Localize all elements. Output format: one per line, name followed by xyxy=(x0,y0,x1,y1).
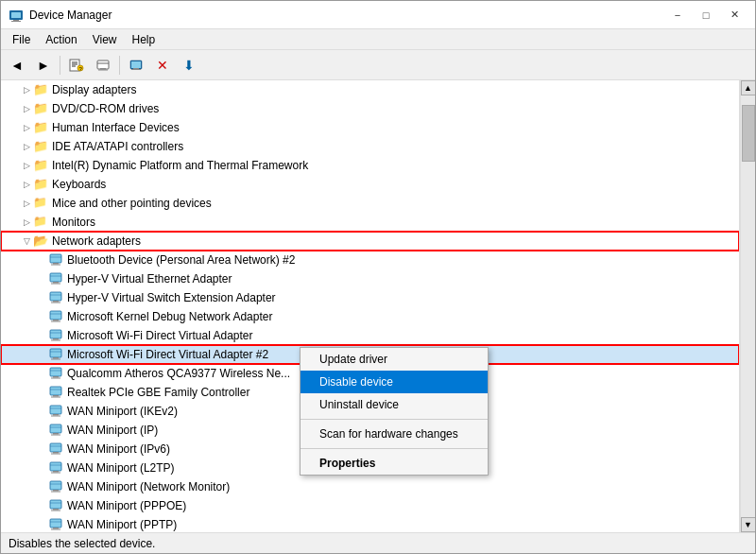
scroll-down-button[interactable]: ▼ xyxy=(741,517,756,532)
tree-panel[interactable]: ▷ 📁 Display adapters ▷ 📁 DVD/CD-ROM driv… xyxy=(1,80,740,532)
item-label: Hyper-V Virtual Switch Extension Adapter xyxy=(67,291,276,304)
svg-rect-38 xyxy=(50,349,61,357)
svg-rect-50 xyxy=(50,406,61,414)
svg-rect-12 xyxy=(100,68,106,70)
item-label: WAN Miniport (Network Monitor) xyxy=(67,480,230,493)
context-menu-update-driver[interactable]: Update driver xyxy=(301,348,488,371)
toolbar-forward[interactable]: ► xyxy=(31,53,56,78)
tree-item-wan-pppoe[interactable]: WAN Miniport (PPPOE) xyxy=(1,496,739,515)
item-label: WAN Miniport (IPv6) xyxy=(67,442,170,456)
svg-rect-66 xyxy=(50,481,61,490)
toolbar-remove[interactable]: ✕ xyxy=(150,53,175,78)
svg-rect-41 xyxy=(51,359,60,360)
tree-item-keyboards[interactable]: ▷ 📁 Keyboards xyxy=(1,175,739,194)
tree-item-human-interface[interactable]: ▷ 📁 Human Interface Devices xyxy=(1,118,739,137)
tree-item-wan-pptp[interactable]: WAN Miniport (PPTP) xyxy=(1,515,739,532)
item-label: Microsoft Wi-Fi Direct Virtual Adapter xyxy=(67,329,253,342)
scroll-up-button[interactable]: ▲ xyxy=(741,80,756,95)
folder-icon: 📁 xyxy=(33,196,48,211)
tree-item-display-adapters[interactable]: ▷ 📁 Display adapters xyxy=(1,80,739,99)
scroll-track[interactable] xyxy=(741,95,756,517)
svg-rect-34 xyxy=(50,330,61,338)
expand-icon: ▷ xyxy=(20,216,33,229)
svg-rect-37 xyxy=(51,340,60,341)
context-menu: Update driver Disable device Uninstall d… xyxy=(300,347,489,476)
title-bar-left: Device Manager xyxy=(9,8,112,23)
spacer xyxy=(35,442,48,456)
toolbar-properties[interactable]: ? xyxy=(64,53,89,78)
context-menu-properties[interactable]: Properties xyxy=(301,452,488,475)
item-label: DVD/CD-ROM drives xyxy=(52,102,159,115)
tree-item-monitors[interactable]: ▷ 📁 Monitors xyxy=(1,213,739,232)
folder-icon: 📁 xyxy=(33,177,48,192)
expand-icon: ▽ xyxy=(20,234,33,248)
tree-item-mice[interactable]: ▷ 📁 Mice and other pointing devices xyxy=(1,194,739,213)
item-label: Network adapters xyxy=(52,234,141,248)
device-icon xyxy=(48,498,63,513)
scrollbar[interactable]: ▲ ▼ xyxy=(740,80,755,532)
svg-rect-44 xyxy=(53,376,59,378)
tree-item-bluetooth[interactable]: Bluetooth Device (Personal Area Network)… xyxy=(1,251,739,269)
folder-icon: 📁 xyxy=(33,120,48,135)
tree-item-intel[interactable]: ▷ 📁 Intel(R) Dynamic Platform and Therma… xyxy=(1,156,739,175)
window-controls: − □ ✕ xyxy=(664,6,747,25)
device-icon xyxy=(48,366,63,381)
device-icon xyxy=(48,347,63,362)
svg-rect-17 xyxy=(131,69,141,70)
tree-item-ide[interactable]: ▷ 📁 IDE ATA/ATAPI controllers xyxy=(1,137,739,156)
scroll-thumb[interactable] xyxy=(742,105,755,162)
toolbar-show-all[interactable] xyxy=(124,53,148,78)
toolbar-scan[interactable]: ⬇ xyxy=(177,53,201,78)
tree-item-hyperv-switch[interactable]: Hyper-V Virtual Switch Extension Adapter xyxy=(1,288,739,307)
status-text: Disables the selected device. xyxy=(9,537,155,550)
context-menu-uninstall-device[interactable]: Uninstall device xyxy=(301,393,488,416)
tree-item-wan-network-monitor[interactable]: WAN Miniport (Network Monitor) xyxy=(1,477,739,496)
spacer xyxy=(35,310,48,323)
svg-rect-13 xyxy=(98,69,108,70)
toolbar-update[interactable] xyxy=(91,53,115,78)
item-label: WAN Miniport (IP) xyxy=(67,424,158,437)
device-icon xyxy=(48,517,63,532)
menu-help[interactable]: Help xyxy=(125,31,163,48)
svg-rect-22 xyxy=(50,273,61,282)
context-menu-scan-hardware[interactable]: Scan for hardware changes xyxy=(301,423,488,445)
spacer xyxy=(35,405,48,418)
toolbar: ◄ ► ? xyxy=(1,50,755,80)
device-icon xyxy=(48,385,63,400)
spacer xyxy=(35,329,48,342)
spacer xyxy=(35,499,48,512)
menu-action[interactable]: Action xyxy=(38,31,84,48)
tree-item-dvdrom[interactable]: ▷ 📁 DVD/CD-ROM drives xyxy=(1,99,739,118)
maximize-button[interactable]: □ xyxy=(693,6,719,25)
menu-bar: File Action View Help xyxy=(1,29,755,50)
expand-icon: ▷ xyxy=(20,121,33,134)
item-label: Mice and other pointing devices xyxy=(52,197,212,210)
item-label: Realtek PCIe GBE Family Controller xyxy=(67,386,249,399)
svg-rect-18 xyxy=(50,254,61,263)
item-label: WAN Miniport (PPTP) xyxy=(67,518,177,531)
device-icon xyxy=(48,441,63,457)
svg-rect-16 xyxy=(133,68,139,69)
device-icon xyxy=(48,290,63,305)
folder-icon: 📁 xyxy=(33,215,48,230)
tree-item-ms-kernel[interactable]: Microsoft Kernel Debug Network Adapter xyxy=(1,307,739,326)
toolbar-back[interactable]: ◄ xyxy=(5,53,29,78)
svg-rect-68 xyxy=(53,490,59,492)
menu-view[interactable]: View xyxy=(85,31,125,48)
item-label: Intel(R) Dynamic Platform and Thermal Fr… xyxy=(52,159,308,172)
svg-rect-29 xyxy=(51,303,60,303)
tree-item-ms-wifi-direct-1[interactable]: Microsoft Wi-Fi Direct Virtual Adapter xyxy=(1,326,739,345)
svg-rect-24 xyxy=(53,282,59,284)
menu-file[interactable]: File xyxy=(5,31,38,48)
svg-rect-65 xyxy=(51,473,60,474)
item-label: IDE ATA/ATAPI controllers xyxy=(52,140,183,153)
minimize-button[interactable]: − xyxy=(664,6,691,25)
tree-item-hyperv-ethernet[interactable]: Hyper-V Virtual Ethernet Adapter xyxy=(1,269,739,288)
folder-icon: 📁 xyxy=(33,158,48,173)
expand-icon: ▷ xyxy=(20,140,33,153)
context-menu-disable-device[interactable]: Disable device xyxy=(301,371,488,393)
tree-item-network-adapters[interactable]: ▽ 📂 Network adapters xyxy=(1,232,739,251)
svg-rect-62 xyxy=(50,462,61,471)
close-button[interactable]: ✕ xyxy=(721,6,747,25)
svg-rect-30 xyxy=(50,311,61,320)
